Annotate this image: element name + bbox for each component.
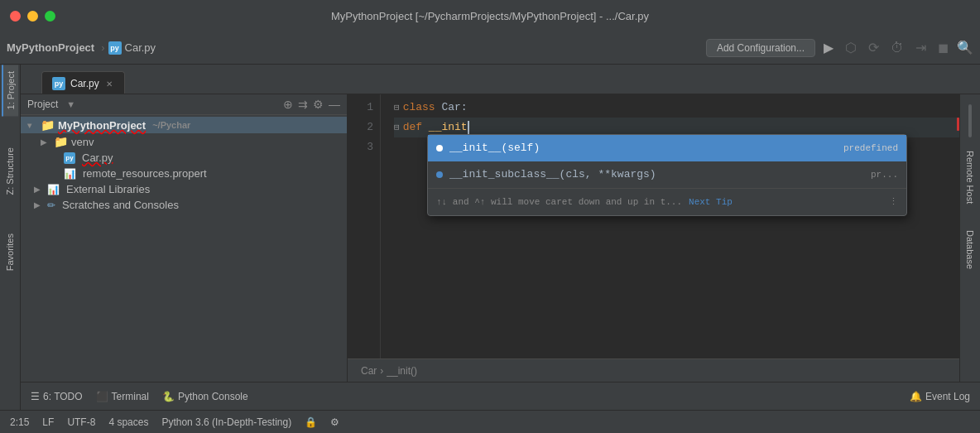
settings-icon[interactable]: ⚙ bbox=[313, 98, 324, 111]
tree-item-ext-libraries[interactable]: ▶ 📊 External Libraries bbox=[21, 181, 347, 197]
carpy-file-icon: py bbox=[64, 152, 75, 164]
sidebar-item-structure[interactable]: Z: Structure bbox=[2, 141, 17, 201]
title-bar: MyPythonProject [~/PycharmProjects/MyPyt… bbox=[0, 0, 980, 31]
panel-header-icons: ⊕ ⇉ ⚙ — bbox=[283, 98, 340, 111]
ext-libraries-label: External Libraries bbox=[66, 183, 150, 195]
autocomplete-popup[interactable]: __init__(self) predefined __init_subclas… bbox=[427, 134, 907, 216]
python-version-indicator[interactable]: Python 3.6 (In-Depth-Testing) bbox=[161, 416, 291, 428]
line-number-2: 2 bbox=[354, 118, 373, 137]
project-panel: Project ▼ ⊕ ⇉ ⚙ — ▾ 📁 bbox=[21, 94, 348, 382]
tab-file-icon: py bbox=[52, 77, 65, 90]
tree-item-venv[interactable]: ▶ 📁 venv bbox=[21, 133, 347, 150]
event-log-icon: 🔔 bbox=[910, 391, 922, 402]
tree-item-remote-resources[interactable]: 📊 remote_resources.propert bbox=[21, 166, 347, 181]
step-over-icon[interactable]: ⇥ bbox=[912, 38, 930, 57]
line-col-text: 2:15 bbox=[10, 416, 29, 428]
line-ending-text: LF bbox=[42, 416, 54, 428]
editor-breadcrumb: Car › __init() bbox=[348, 358, 959, 382]
gutter-error-marker bbox=[957, 118, 959, 131]
tree-root-project[interactable]: ▾ 📁 MyPythonProject ~/Pychar bbox=[21, 117, 347, 133]
todo-label: 6: TODO bbox=[43, 391, 83, 402]
minimize-button[interactable] bbox=[27, 11, 38, 22]
fold-marker-1: ⊟ bbox=[394, 98, 400, 118]
tab-car-py[interactable]: py Car.py ✕ bbox=[41, 71, 125, 94]
project-tree: ▾ 📁 MyPythonProject ~/Pychar ▶ 📁 venv bbox=[21, 115, 347, 382]
fold-marker-2: ⊟ bbox=[394, 118, 400, 137]
breadcrumb-class: Car bbox=[361, 365, 377, 377]
ac-next-tip-link[interactable]: Next Tip bbox=[689, 192, 733, 212]
line-ending-indicator[interactable]: LF bbox=[42, 416, 54, 428]
project-root-label: MyPythonProject bbox=[58, 119, 146, 132]
code-editor[interactable]: ⊟ class Car: ⊟ def __init bbox=[381, 94, 959, 358]
tabs-bar: py Car.py ✕ bbox=[21, 65, 980, 94]
event-log-button[interactable]: 🔔 Event Log bbox=[910, 391, 970, 402]
ac-footer-more[interactable]: ⋮ bbox=[889, 192, 898, 212]
expand-arrow-venv: ▶ bbox=[41, 137, 50, 147]
indent-indicator[interactable]: 4 spaces bbox=[108, 416, 148, 428]
settings-icon-status[interactable]: ⚙ bbox=[330, 416, 339, 428]
todo-button[interactable]: ☰ 6: TODO bbox=[31, 391, 83, 402]
remote-host-tab[interactable]: Remote Host bbox=[963, 147, 977, 207]
resize-handle[interactable] bbox=[968, 104, 972, 137]
line-number-3: 3 bbox=[354, 137, 373, 157]
sidebar-item-favorites[interactable]: Favorites bbox=[2, 227, 17, 277]
encoding-indicator[interactable]: UTF-8 bbox=[67, 416, 95, 428]
console-icon: 🐍 bbox=[162, 391, 175, 402]
sidebar-item-project[interactable]: 1: Project bbox=[2, 65, 18, 116]
top-toolbar: MyPythonProject › py Car.py Add Configur… bbox=[0, 31, 980, 65]
window-title: MyPythonProject [~/PycharmProjects/MyPyt… bbox=[331, 10, 649, 22]
code-line-1: ⊟ class Car: bbox=[394, 98, 959, 118]
run-with-coverage-icon[interactable]: ⟳ bbox=[865, 38, 882, 57]
breadcrumb-separator: › bbox=[101, 41, 104, 54]
profile-icon[interactable]: ⏱ bbox=[887, 39, 907, 57]
ac-func-init-subclass: __init_subclass__(cls, **kwargs) bbox=[449, 165, 871, 185]
lock-icon[interactable]: 🔒 bbox=[305, 416, 317, 428]
app-window: MyPythonProject [~/PycharmProjects/MyPyt… bbox=[0, 0, 980, 433]
project-name[interactable]: MyPythonProject bbox=[7, 41, 94, 54]
keyword-class: class bbox=[403, 98, 442, 118]
collapse-all-icon[interactable]: ⇉ bbox=[298, 98, 308, 111]
window-controls bbox=[10, 11, 55, 22]
encoding-text: UTF-8 bbox=[67, 416, 95, 428]
breadcrumb-file-name: Car.py bbox=[125, 41, 156, 54]
expand-arrow-root: ▾ bbox=[27, 121, 37, 130]
database-tab[interactable]: Database bbox=[963, 227, 977, 272]
add-configuration-button[interactable]: Add Configuration... bbox=[706, 39, 815, 57]
close-button[interactable] bbox=[10, 11, 21, 22]
autocomplete-item-init-subclass[interactable]: __init_subclass__(cls, **kwargs) pr... bbox=[428, 161, 906, 188]
terminal-icon: ⬛ bbox=[96, 391, 108, 402]
expand-arrow-scratches: ▶ bbox=[34, 200, 44, 209]
props-file-icon: 📊 bbox=[64, 168, 76, 180]
ac-type-init: predefined bbox=[843, 138, 898, 158]
add-content-icon[interactable]: ⊕ bbox=[283, 98, 293, 111]
project-panel-header: Project ▼ ⊕ ⇉ ⚙ — bbox=[21, 94, 347, 115]
tree-item-scratches[interactable]: ▶ ✏ Scratches and Consoles bbox=[21, 197, 347, 213]
breadcrumb-file[interactable]: py Car.py bbox=[108, 41, 156, 55]
run-button[interactable]: ▶ bbox=[820, 38, 837, 57]
line-col-indicator[interactable]: 2:15 bbox=[10, 416, 29, 428]
project-panel-title: Project bbox=[27, 99, 58, 110]
ac-footer-text: ↑↓ and ^↑ will move caret down and up in… bbox=[436, 192, 682, 212]
maximize-button[interactable] bbox=[45, 11, 55, 22]
tab-close-button[interactable]: ✕ bbox=[104, 79, 114, 89]
status-bar: 2:15 LF UTF-8 4 spaces Python 3.6 (In-De… bbox=[0, 410, 980, 433]
terminal-button[interactable]: ⬛ Terminal bbox=[96, 391, 149, 402]
class-name-car: Car: bbox=[441, 98, 467, 118]
debug-icon[interactable]: ⬡ bbox=[842, 38, 860, 57]
expand-arrow-extlib: ▶ bbox=[34, 185, 44, 194]
minimize-panel-icon[interactable]: — bbox=[329, 98, 340, 111]
autocomplete-item-init[interactable]: __init__(self) predefined bbox=[428, 135, 906, 161]
search-everywhere-button[interactable]: 🔍 bbox=[957, 40, 973, 55]
right-panel: Remote Host Database bbox=[959, 94, 980, 382]
tree-item-carpy[interactable]: py Car.py bbox=[21, 150, 347, 166]
dropdown-chevron[interactable]: ▼ bbox=[66, 99, 75, 109]
autocomplete-footer: ↑↓ and ^↑ will move caret down and up in… bbox=[428, 188, 906, 215]
editor-content[interactable]: 1 2 3 ⊟ class Car: bbox=[348, 94, 959, 358]
python-file-icon: py bbox=[108, 41, 122, 55]
remote-label: remote_resources.propert bbox=[83, 167, 207, 180]
stop-icon[interactable]: ◼ bbox=[934, 38, 952, 57]
favorites-tab-label: Favorites bbox=[5, 233, 15, 271]
python-console-button[interactable]: 🐍 Python Console bbox=[162, 391, 248, 402]
carpy-label: Car.py bbox=[82, 152, 113, 164]
left-side-tabs: 1: Project Z: Structure Favorites bbox=[0, 65, 21, 410]
